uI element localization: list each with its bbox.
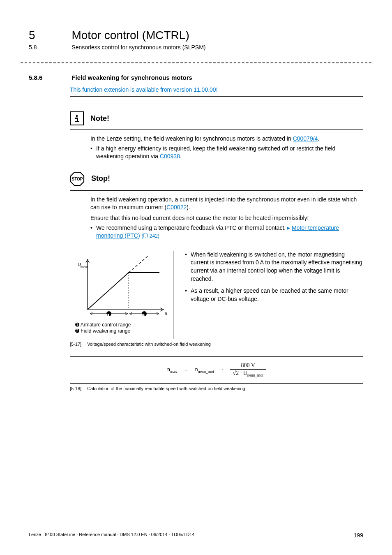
figure-side-text: When field weakening is switched on, the… bbox=[185, 251, 363, 308]
svg-point-0 bbox=[76, 115, 78, 117]
stop-text-1b: ). bbox=[187, 204, 190, 210]
version-note: This function extension is available fro… bbox=[70, 86, 363, 93]
figure-5-18-caption: [5-18] Calculation of the maximally reac… bbox=[70, 386, 363, 391]
fraction-denominator: √2 · Unenn_mot bbox=[230, 369, 265, 377]
arrow-icon: ▸ bbox=[287, 224, 292, 231]
caption-tag: [5-18] bbox=[70, 386, 81, 391]
page-number: 199 bbox=[354, 532, 363, 539]
legend-item-2: ➋ Field weakening range bbox=[75, 328, 168, 335]
legend-item-1: ➊ Armature control range bbox=[75, 322, 168, 328]
note-text-end: . bbox=[318, 135, 319, 142]
bullet-text-end: . bbox=[180, 153, 182, 160]
formula-mid: nnenn_mot bbox=[195, 366, 214, 374]
page-footer: Lenze · 8400 StateLine · Reference manua… bbox=[29, 532, 363, 539]
stop-box: STOP Stop! In the field weakening operat… bbox=[70, 171, 363, 240]
section-divider bbox=[70, 96, 363, 97]
figure-side-bullet-1: When field weakening is switched on, the… bbox=[185, 251, 363, 283]
svg-rect-3 bbox=[75, 121, 79, 122]
stop-paragraph-1: In the field weakening operation, a curr… bbox=[90, 196, 363, 212]
note-box: Note! In the Lenze setting, the field we… bbox=[70, 111, 363, 161]
link-c00022[interactable]: C00022 bbox=[166, 204, 187, 210]
chapter-header: 5 Motor control (MCTRL) bbox=[29, 29, 363, 42]
subsection-header: 5.8 Sensorless control for synchronous m… bbox=[29, 44, 363, 51]
section-number: 5.8.6 bbox=[29, 74, 70, 81]
figure-5-17-caption: [5-17] Voltage/speed characteristic with… bbox=[70, 342, 363, 347]
page-ref: ( 242) bbox=[141, 233, 159, 239]
stop-title: Stop! bbox=[91, 174, 110, 183]
link-c00079-4[interactable]: C00079/4 bbox=[293, 135, 318, 142]
note-paragraph: In the Lenze setting, the field weakenin… bbox=[90, 135, 363, 143]
section-title: Field weakening for synchronous motors bbox=[71, 74, 192, 81]
caption-text: Voltage/speed characteristic with switch… bbox=[87, 342, 211, 347]
figure-5-17: U motor n ➊ ➋ ➊ Armature control range ➋… bbox=[70, 251, 173, 339]
figure-5-17-row: U motor n ➊ ➋ ➊ Armature control range ➋… bbox=[70, 251, 363, 339]
stop-text-1a: In the field weakening operation, a curr… bbox=[90, 196, 357, 211]
chapter-number: 5 bbox=[29, 29, 70, 42]
note-divider bbox=[70, 130, 363, 130]
figure-side-bullet-2: As a result, a higher speed can be reach… bbox=[185, 287, 363, 303]
note-bullet: If a high energy efficiency is required,… bbox=[90, 145, 363, 161]
section-header: 5.8.6 Field weakening for synchronous mo… bbox=[29, 74, 363, 81]
stop-paragraph-2: Ensure that this no-load current does no… bbox=[90, 214, 363, 222]
chapter-title: Motor control (MCTRL) bbox=[71, 29, 189, 42]
svg-text:n: n bbox=[165, 311, 167, 316]
info-icon bbox=[70, 111, 84, 125]
subsection-number: 5.8 bbox=[29, 44, 70, 51]
stop-divider bbox=[70, 190, 363, 191]
stop-icon: STOP bbox=[70, 171, 85, 186]
svg-text:STOP: STOP bbox=[71, 177, 83, 181]
formula-box: nmax = nnenn_mot · 800 V √2 · Unenn_mot bbox=[70, 356, 363, 384]
stop-bullet-text: We recommend using a temperature feedbac… bbox=[96, 224, 287, 231]
formula-lhs: nmax bbox=[167, 366, 177, 374]
footer-left: Lenze · 8400 StateLine · Reference manua… bbox=[29, 532, 194, 539]
book-icon bbox=[143, 234, 148, 238]
formula-fraction: 800 V √2 · Unenn_mot bbox=[230, 363, 265, 377]
link-c00938[interactable]: C00938 bbox=[160, 153, 180, 160]
dashed-divider bbox=[21, 62, 371, 63]
bullet-text: If a high energy efficiency is required,… bbox=[96, 145, 335, 160]
stop-bullet: We recommend using a temperature feedbac… bbox=[90, 224, 363, 240]
caption-tag: [5-17] bbox=[70, 342, 81, 347]
equals-sign: = bbox=[184, 367, 188, 373]
chart-voltage-speed: U motor n bbox=[75, 256, 169, 318]
figure-legend: ➊ Armature control range ➋ Field weakeni… bbox=[75, 322, 168, 335]
svg-point-12 bbox=[106, 311, 111, 316]
note-text: In the Lenze setting, the field weakenin… bbox=[90, 135, 293, 142]
subsection-title: Sensorless control for synchronous motor… bbox=[71, 44, 205, 51]
svg-line-8 bbox=[129, 256, 157, 273]
caption-text: Calculation of the maximally reachable s… bbox=[87, 386, 245, 391]
svg-point-13 bbox=[142, 311, 147, 316]
dot-operator: · bbox=[221, 367, 223, 373]
svg-text:motor: motor bbox=[81, 265, 88, 268]
fraction-numerator: 800 V bbox=[239, 363, 258, 369]
note-title: Note! bbox=[90, 114, 109, 123]
